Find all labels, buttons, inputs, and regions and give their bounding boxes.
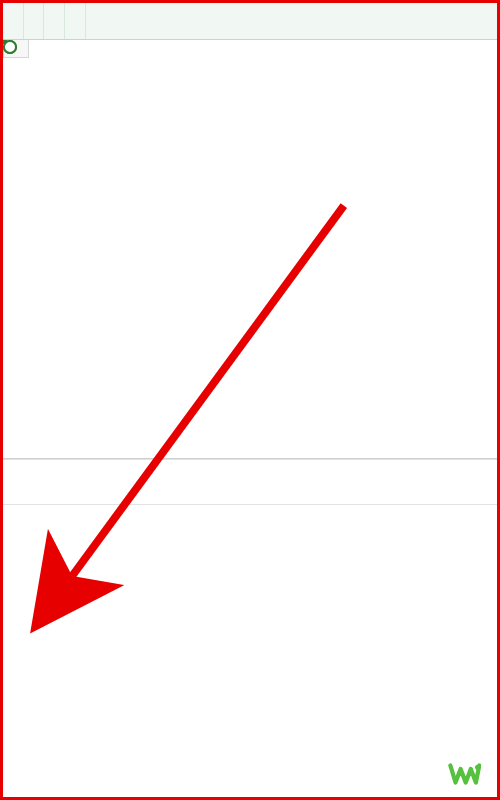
status-avg: [24, 3, 45, 39]
status-sum: [3, 3, 24, 39]
function-panel-header: [3, 459, 497, 505]
selection-handle-bottom[interactable]: [3, 40, 17, 54]
column-headers[interactable]: [29, 40, 497, 58]
statusbar: [3, 3, 497, 39]
app-frame: [0, 0, 500, 800]
watermark: [447, 757, 489, 791]
status-numcount: [65, 3, 86, 39]
status-count: [44, 3, 65, 39]
svg-point-1: [475, 765, 480, 770]
grid[interactable]: [29, 58, 497, 458]
watermark-logo-icon: [447, 757, 481, 791]
spreadsheet[interactable]: [3, 39, 497, 459]
